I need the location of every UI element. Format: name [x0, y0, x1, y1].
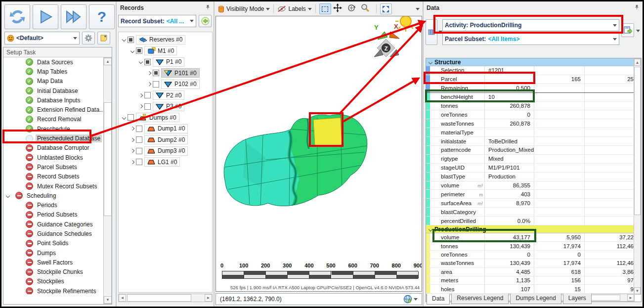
task-item-stockpile-chunks[interactable]: Stockpile Chunks	[3, 267, 103, 277]
tree-label-cell[interactable]: Reserves #0	[136, 35, 185, 44]
chevron-right-icon[interactable]	[139, 104, 143, 108]
value-cell[interactable]: 260,878	[484, 102, 534, 110]
task-item-stockpile-refinements[interactable]: Stockpile Refinements	[3, 286, 103, 294]
task-item-guidance-schedules[interactable]: Guidance Schedules	[3, 229, 103, 238]
value-cell[interactable]	[584, 164, 634, 172]
value-cell[interactable]: 403	[484, 190, 534, 198]
data-row-selection[interactable]: Selection#1201	[426, 66, 634, 75]
value-cell[interactable]	[534, 137, 584, 145]
tree-item-reserves-0[interactable]: Reserves #0	[119, 34, 212, 45]
help-button[interactable]: ?	[89, 4, 115, 29]
export-button[interactable]	[621, 23, 634, 37]
data-row-wastetonnes[interactable]: wasteTonnes130,43917,974112,46	[426, 259, 634, 267]
chevron-down-icon[interactable]	[122, 38, 126, 42]
task-item-period-subsets[interactable]: Period Subsets	[3, 210, 103, 220]
value-cell[interactable]	[584, 128, 634, 136]
visibility-mode-dropdown[interactable]: Visibility Mode	[218, 5, 270, 13]
tree-item-m1-0[interactable]: M1 #0	[119, 45, 212, 57]
apply-subset-button[interactable]	[199, 15, 212, 27]
task-item-database-corruptor[interactable]: Database Corruptor	[3, 143, 103, 153]
value-cell[interactable]: 107	[484, 285, 534, 293]
value-cell[interactable]	[534, 155, 584, 163]
value-cell[interactable]: 43,177	[484, 233, 534, 241]
tree-label-cell[interactable]: P2 #0	[153, 90, 184, 100]
value-cell[interactable]	[534, 128, 584, 136]
data-row-blastcategory[interactable]: blastCategory	[426, 208, 634, 217]
pin-icon[interactable]	[205, 4, 211, 11]
value-cell[interactable]: 112,46	[584, 259, 634, 267]
tree-label-cell[interactable]: M1 #0	[144, 46, 177, 55]
chevron-down-icon[interactable]	[636, 30, 640, 32]
value-cell[interactable]: 25	[584, 75, 634, 84]
checkbox[interactable]	[136, 136, 142, 143]
value-cell[interactable]	[584, 146, 634, 154]
task-item-prescheduled-database[interactable]: Prescheduled Database	[3, 133, 103, 143]
value-cell[interactable]: Production_Mixed	[484, 146, 534, 154]
pan-button[interactable]	[333, 3, 345, 14]
value-cell[interactable]	[584, 155, 634, 163]
data-row-patterncode[interactable]: patterncodeProduction_Mixed	[426, 146, 634, 155]
checkbox[interactable]	[136, 159, 142, 165]
value-cell[interactable]	[584, 102, 634, 110]
scroll-down-icon[interactable]: ▼	[104, 296, 112, 304]
tree-item-p3-0[interactable]: P3 #0	[119, 101, 212, 112]
value-cell[interactable]	[534, 119, 584, 128]
task-item-swell-factors[interactable]: Swell Factors	[3, 258, 103, 267]
value-cell[interactable]: 4,485	[484, 268, 534, 276]
value-cell[interactable]	[584, 208, 634, 216]
sync-button[interactable]	[4, 4, 30, 29]
data-row-oretonnes[interactable]: oreTonnes0	[426, 110, 634, 119]
records-scroll-thumb[interactable]	[127, 294, 191, 302]
data-row-volume[interactable]: volume43,1775,95037,22	[426, 233, 634, 242]
tree-item-p101-0[interactable]: P101 #0	[119, 68, 212, 79]
chevron-right-icon[interactable]	[147, 71, 151, 75]
data-row-benchheight[interactable]: benchHeight10	[426, 93, 634, 102]
value-cell[interactable]	[584, 190, 634, 198]
value-cell[interactable]	[584, 119, 634, 128]
value-cell[interactable]	[584, 251, 634, 259]
value-cell[interactable]	[534, 181, 584, 190]
task-item-point-solids[interactable]: Point Solids	[3, 239, 103, 248]
task-scroll-thumb[interactable]	[104, 102, 112, 216]
value-cell[interactable]: 260,878	[484, 119, 534, 128]
task-item-guidance-categories[interactable]: Guidance Categories	[3, 220, 103, 229]
value-cell[interactable]: 130,439	[484, 259, 534, 267]
value-cell[interactable]	[584, 181, 634, 190]
value-cell[interactable]	[534, 199, 584, 207]
chevron-right-icon[interactable]	[130, 160, 134, 164]
value-cell[interactable]	[534, 208, 584, 216]
task-item-extension-refined-data-[interactable]: ✓Extension Refined Data...	[3, 105, 103, 114]
splitter[interactable]	[214, 1, 215, 307]
chevron-right-icon[interactable]	[139, 93, 143, 97]
settings-button[interactable]	[82, 32, 95, 44]
zoom-button[interactable]	[361, 3, 373, 14]
tree-item-dump3-0[interactable]: Dump3 #0	[119, 145, 212, 157]
value-cell[interactable]	[534, 190, 584, 198]
value-cell[interactable]	[584, 66, 634, 75]
value-cell[interactable]	[484, 75, 534, 84]
checkbox[interactable]	[153, 81, 159, 88]
coordinate-system-button[interactable]	[403, 295, 418, 304]
value-cell[interactable]	[534, 173, 584, 181]
scroll-right-icon[interactable]: ►	[205, 294, 212, 302]
value-cell[interactable]: Production	[484, 173, 534, 181]
map-viewport[interactable]: Y X Z 0100200300400500600700800900 526 f…	[215, 16, 422, 292]
task-item-database-inputs[interactable]: ✓Database Inputs	[3, 95, 103, 105]
tree-label-cell[interactable]: Dump1 #0	[144, 124, 188, 133]
tab-reserves-legend[interactable]: Reserves Legend	[451, 294, 509, 304]
value-cell[interactable]	[534, 217, 584, 225]
data-row-parcel[interactable]: Parcel16525	[426, 75, 634, 84]
value-cell[interactable]: 130,439	[484, 242, 534, 250]
tree-label-cell[interactable]: P1 #0	[153, 57, 184, 67]
data-row-perimeter[interactable]: perimeterm403	[426, 190, 634, 199]
run-button[interactable]	[33, 4, 58, 29]
value-cell[interactable]	[534, 66, 584, 75]
chevron-right-icon[interactable]	[130, 138, 134, 142]
zoom-fit-button[interactable]	[380, 3, 392, 14]
task-scrollbar[interactable]: ▲ ▼	[103, 57, 112, 304]
data-row-tonnes[interactable]: tonnes260,878	[426, 102, 634, 111]
value-cell[interactable]	[584, 110, 634, 119]
chevron-right-icon[interactable]	[130, 149, 134, 153]
scroll-left-icon[interactable]: ◄	[119, 294, 126, 302]
value-cell[interactable]: 97	[584, 276, 634, 284]
